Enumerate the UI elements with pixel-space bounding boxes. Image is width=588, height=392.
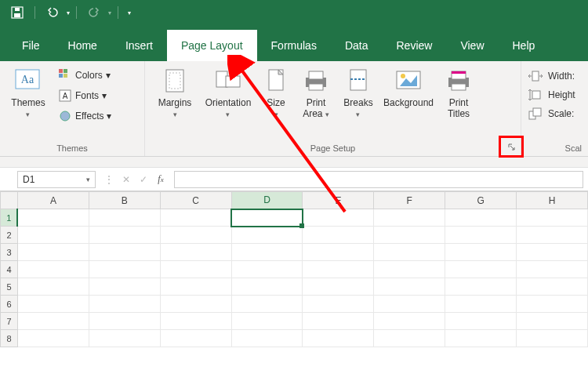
undo-button[interactable] [42, 3, 64, 22]
column-header[interactable]: H [517, 192, 588, 209]
cell[interactable] [17, 244, 89, 261]
tab-data[interactable]: Data [331, 30, 383, 61]
breaks-button[interactable]: Breaks▾ [338, 66, 379, 120]
cell[interactable] [89, 278, 160, 296]
cell[interactable] [231, 261, 303, 278]
tab-help[interactable]: Help [499, 30, 550, 61]
row-header[interactable]: 7 [1, 313, 18, 330]
cell[interactable] [231, 227, 303, 244]
cell[interactable] [303, 313, 374, 330]
tab-view[interactable]: View [446, 30, 498, 61]
cell[interactable] [517, 278, 588, 296]
select-all-corner[interactable] [1, 192, 18, 209]
column-header[interactable]: C [160, 192, 231, 209]
scale-height-control[interactable]: Height [528, 86, 575, 103]
row-header[interactable]: 5 [1, 278, 18, 296]
cell[interactable] [160, 313, 231, 330]
cell[interactable] [445, 261, 517, 278]
print-area-button[interactable]: Print Area ▾ [296, 66, 336, 120]
cell[interactable] [89, 209, 160, 227]
scale-width-control[interactable]: Width: [528, 67, 575, 85]
row-header[interactable]: 3 [1, 244, 18, 261]
name-box[interactable]: D1 ▾ [17, 171, 96, 188]
cell[interactable] [445, 209, 517, 227]
cell[interactable] [17, 209, 89, 227]
tab-insert[interactable]: Insert [111, 30, 167, 61]
cell[interactable] [160, 209, 231, 227]
cell[interactable] [374, 313, 445, 330]
cell[interactable] [374, 278, 445, 296]
row-header[interactable]: 6 [1, 296, 18, 313]
cell[interactable] [231, 296, 303, 313]
cell[interactable] [374, 209, 445, 227]
cell[interactable] [303, 278, 374, 296]
scale-scale-control[interactable]: Scale: [528, 105, 575, 122]
cell[interactable] [160, 296, 231, 313]
orientation-button[interactable]: Orientation▾ [200, 66, 256, 120]
cell[interactable] [374, 330, 445, 347]
insert-function-button[interactable]: fx [152, 171, 169, 188]
cell[interactable] [160, 330, 231, 347]
cell[interactable] [17, 313, 89, 330]
column-header[interactable]: E [303, 192, 374, 209]
cell[interactable] [303, 227, 374, 244]
themes-button[interactable]: Aa Themes▾ [6, 66, 50, 120]
cell[interactable] [303, 244, 374, 261]
cell[interactable] [374, 296, 445, 313]
cell[interactable] [89, 296, 160, 313]
row-header[interactable]: 1 [1, 209, 18, 227]
resize-handle[interactable]: ⋮ [100, 173, 118, 186]
cell[interactable] [231, 330, 303, 347]
cell[interactable] [231, 244, 303, 261]
cell[interactable] [89, 313, 160, 330]
effects-button[interactable]: Effects ▾ [55, 107, 114, 125]
redo-button[interactable] [83, 3, 105, 22]
save-button[interactable] [6, 3, 28, 22]
row-header[interactable]: 2 [1, 227, 18, 244]
tab-review[interactable]: Review [383, 30, 447, 61]
tab-formulas[interactable]: Formulas [257, 30, 331, 61]
qat-customize-dropdown[interactable]: ▾ [125, 9, 134, 16]
cell[interactable] [517, 313, 588, 330]
undo-dropdown[interactable]: ▾ [67, 9, 70, 16]
print-titles-button[interactable]: Print Titles [438, 66, 479, 119]
cell[interactable] [374, 261, 445, 278]
cancel-formula-button[interactable]: ✕ [118, 171, 135, 188]
cell[interactable] [374, 244, 445, 261]
margins-button[interactable]: Margins▾ [151, 66, 198, 120]
cell[interactable] [17, 296, 89, 313]
cell-active[interactable] [231, 209, 303, 227]
cell[interactable] [231, 278, 303, 296]
column-header[interactable]: B [89, 192, 160, 209]
column-header[interactable]: A [17, 192, 89, 209]
row-header[interactable]: 4 [1, 261, 18, 278]
cell[interactable] [303, 261, 374, 278]
tab-page-layout[interactable]: Page Layout [167, 30, 257, 61]
cell[interactable] [89, 261, 160, 278]
cell[interactable] [89, 244, 160, 261]
cell[interactable] [445, 313, 517, 330]
column-header[interactable]: G [445, 192, 517, 209]
row-header[interactable]: 8 [1, 330, 18, 347]
cell[interactable] [303, 330, 374, 347]
size-button[interactable]: Size▾ [258, 66, 294, 120]
cell[interactable] [517, 227, 588, 244]
cell[interactable] [231, 313, 303, 330]
cell[interactable] [445, 244, 517, 261]
cell[interactable] [303, 209, 374, 227]
cell[interactable] [160, 261, 231, 278]
enter-formula-button[interactable]: ✓ [135, 171, 152, 188]
cell[interactable] [517, 261, 588, 278]
cell[interactable] [445, 330, 517, 347]
cell[interactable] [517, 296, 588, 313]
cell[interactable] [374, 227, 445, 244]
cell[interactable] [160, 227, 231, 244]
cell[interactable] [160, 244, 231, 261]
formula-input[interactable] [174, 171, 583, 188]
cell[interactable] [160, 278, 231, 296]
page-setup-dialog-launcher[interactable] [506, 142, 517, 153]
colors-button[interactable]: Colors ▾ [55, 66, 114, 85]
cell[interactable] [445, 296, 517, 313]
tab-home[interactable]: Home [54, 30, 111, 61]
cell[interactable] [517, 244, 588, 261]
